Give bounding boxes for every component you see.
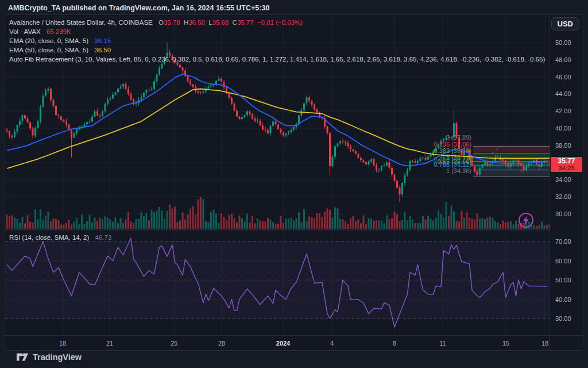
rsi-tick-label: 30.00 xyxy=(555,315,571,322)
volume-value: 65.239K xyxy=(47,28,71,35)
ema20-label: EMA (20, close, 0, SMA, 5) xyxy=(9,37,88,44)
price-tick-label: 40.00 xyxy=(555,125,571,132)
rsi-tick-label: 40.00 xyxy=(555,296,571,303)
price-axis[interactable]: 50.0048.0046.0044.0042.0040.0038.0036.00… xyxy=(550,15,583,335)
boost-button[interactable] xyxy=(519,213,533,228)
time-tick-label: 4 xyxy=(330,340,334,347)
price-tick-label: 38.00 xyxy=(555,142,571,149)
time-tick-label: 21 xyxy=(106,340,113,347)
price-tick-label: 46.00 xyxy=(555,74,571,80)
chart-panel: 0 (37.89)0.236 (37.06)0.382 (36.54)0.5 (… xyxy=(5,14,583,351)
open-label: O xyxy=(158,19,164,26)
symbol-legend-row[interactable]: Avalanche / United States Dollar, 4h, CO… xyxy=(9,18,545,27)
time-tick-label: 18 xyxy=(59,340,66,347)
rsi-label: RSI (14, close, SMA, 14, 2) xyxy=(9,234,89,241)
tradingview-wordmark: TradingView xyxy=(33,352,82,362)
publication-header: AMBCrypto_TA published on TradingView.co… xyxy=(8,4,269,12)
lightning-icon xyxy=(523,216,529,224)
time-tick-label: 2024 xyxy=(276,340,290,347)
open-value: 35.78 xyxy=(164,19,180,26)
price-tick-label: 32.00 xyxy=(555,193,571,200)
close-value: 35.77 xyxy=(237,19,254,26)
ema50-legend-row[interactable]: EMA (50, close, 0, SMA, 5) 36.50 xyxy=(9,45,545,55)
tradingview-logo-icon xyxy=(16,351,29,363)
main-legend: Avalanche / United States Dollar, 4h, CO… xyxy=(9,18,545,64)
high-value: 36.50 xyxy=(188,19,205,26)
price-tick-label: 48.00 xyxy=(555,56,571,63)
time-tick-label: 25 xyxy=(171,340,177,347)
rsi-value: 46.73 xyxy=(95,234,112,241)
close-label: C xyxy=(233,19,237,26)
time-tick-label: 28 xyxy=(218,340,225,347)
time-tick-label: 18 xyxy=(541,340,548,347)
bar-countdown: 34:25 xyxy=(551,165,582,171)
autofib-legend-row[interactable]: Auto Fib Retracement (3, 10, Values, Lef… xyxy=(9,55,545,64)
time-axis[interactable]: 18212528202448111518 xyxy=(5,335,550,351)
time-tick-label: 11 xyxy=(439,340,446,347)
time-tick-label: 15 xyxy=(502,340,509,347)
volume-legend-row[interactable]: Vol · AVAX 65.239K xyxy=(9,27,545,36)
ema50-label: EMA (50, close, 0, SMA, 5) xyxy=(9,47,88,53)
price-tick-label: 30.00 xyxy=(555,210,571,217)
svg-text:1 (34.36): 1 (34.36) xyxy=(446,167,471,174)
autofib-label: Auto Fib Retracement (3, 10, Values, Lef… xyxy=(9,56,545,63)
price-tick-label: 42.00 xyxy=(555,108,571,114)
ema20-value: 36.15 xyxy=(94,37,111,44)
rsi-tick-label: 70.00 xyxy=(555,238,571,245)
tradingview-watermark[interactable]: TradingView xyxy=(16,351,82,363)
symbol-title: Avalanche / United States Dollar, 4h, CO… xyxy=(9,19,153,26)
ema50-value: 36.50 xyxy=(94,47,111,53)
low-value: 35.68 xyxy=(212,19,229,26)
volume-label: Vol · AVAX xyxy=(9,28,41,35)
last-price-tag: 35.77 34:25 xyxy=(551,157,582,172)
currency-badge[interactable]: USD xyxy=(551,17,579,30)
rsi-tick-label: 60.00 xyxy=(555,258,571,264)
axis-corner xyxy=(550,335,583,351)
high-label: H xyxy=(184,19,188,26)
change-value: −0.01 (−0.03%) xyxy=(257,19,303,26)
rsi-legend-row[interactable]: RSI (14, close, SMA, 14, 2) 46.73 xyxy=(9,234,111,241)
ema20-legend-row[interactable]: EMA (20, close, 0, SMA, 5) 36.15 xyxy=(9,36,545,45)
tradingview-screenshot: { "header": { "title": "AMBCrypto_TA pub… xyxy=(0,0,588,368)
time-tick-label: 8 xyxy=(393,340,396,347)
price-tick-label: 44.00 xyxy=(555,90,571,97)
rsi-tick-label: 50.00 xyxy=(555,277,571,283)
price-tick-label: 34.00 xyxy=(555,176,571,183)
price-tick-label: 50.00 xyxy=(555,39,571,46)
